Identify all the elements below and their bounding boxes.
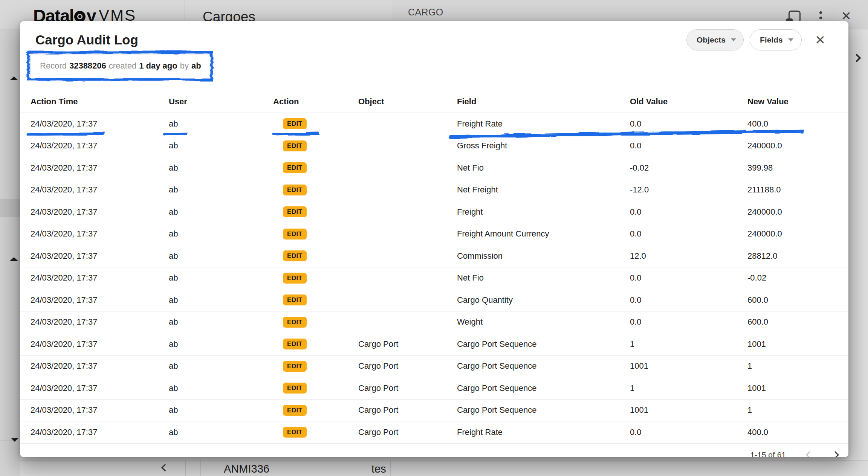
- cell-old-value: 0.0: [630, 317, 747, 327]
- cell-field: Freight Amount Currency: [457, 229, 630, 239]
- cell-user: ab: [169, 317, 273, 327]
- audit-table-body: 24/03/2020, 17:37 ab EDIT Freight Rate 0…: [20, 113, 848, 444]
- cell-user: ab: [169, 427, 273, 437]
- cell-action-time: 24/03/2020, 17:37: [31, 185, 169, 195]
- cell-old-value: 0.0: [630, 427, 747, 437]
- cell-field: Cargo Port Sequence: [457, 361, 630, 371]
- cell-old-value: 1: [630, 383, 747, 393]
- cell-action: EDIT: [273, 427, 358, 438]
- cell-object: Cargo Port: [358, 339, 457, 349]
- action-badge: EDIT: [283, 229, 307, 240]
- table-row: 24/03/2020, 17:37 ab EDIT Cargo Quantity…: [20, 289, 848, 311]
- cell-new-value: 240000.0: [747, 229, 848, 239]
- cell-old-value: 1001: [630, 361, 747, 371]
- cell-field: Freight Rate: [457, 427, 630, 437]
- cell-action: EDIT: [273, 405, 358, 416]
- fields-filter-label: Fields: [760, 35, 783, 44]
- cell-new-value: 400.0: [747, 427, 848, 437]
- pagination: 1-15 of 61: [20, 443, 848, 457]
- cell-new-value: 28812.0: [747, 251, 848, 261]
- table-row: 24/03/2020, 17:37 ab EDIT Cargo Port Fre…: [20, 421, 848, 444]
- cell-action: EDIT: [273, 250, 358, 261]
- cell-action-time: 24/03/2020, 17:37: [31, 405, 169, 415]
- cell-new-value: -0.02: [747, 273, 848, 283]
- next-page-icon[interactable]: [831, 451, 839, 457]
- cell-user: ab: [169, 383, 273, 393]
- cell-action: EDIT: [273, 317, 358, 328]
- cell-action-time: 24/03/2020, 17:37: [31, 163, 169, 173]
- cell-field: Net Freight: [457, 185, 630, 195]
- action-badge: EDIT: [283, 427, 307, 438]
- cell-action: EDIT: [273, 206, 358, 217]
- cell-old-value: 0.0: [630, 273, 747, 283]
- cell-user: ab: [169, 295, 273, 305]
- table-row: 24/03/2020, 17:37 ab EDIT Net Fio 0.0 -0…: [20, 267, 848, 290]
- cell-field: Cargo Port Sequence: [457, 383, 630, 393]
- col-action-time: Action Time: [31, 97, 169, 107]
- dialog-title: Cargo Audit Log: [35, 32, 138, 47]
- cell-action: EDIT: [273, 229, 358, 240]
- previous-page-icon[interactable]: [806, 451, 813, 457]
- cell-field: Freight Rate: [457, 119, 630, 129]
- cell-field: Cargo Port Sequence: [457, 339, 630, 349]
- action-badge: EDIT: [283, 185, 307, 195]
- col-action: Action: [273, 97, 358, 107]
- cell-action-time: 24/03/2020, 17:37: [31, 207, 169, 217]
- action-badge: EDIT: [283, 250, 307, 261]
- cell-old-value: -0.02: [630, 163, 747, 173]
- cell-action: EDIT: [273, 185, 358, 195]
- cell-field: Cargo Quantity: [457, 295, 630, 305]
- cell-old-value: 12.0: [630, 251, 747, 261]
- chevron-down-icon: [788, 38, 793, 41]
- cell-action-time: 24/03/2020, 17:37: [31, 383, 169, 393]
- record-label: Record: [40, 61, 67, 71]
- cell-old-value: 0.0: [630, 207, 747, 217]
- cell-action-time: 24/03/2020, 17:37: [31, 229, 169, 239]
- table-row: 24/03/2020, 17:37 ab EDIT Freight 0.0 24…: [20, 201, 848, 223]
- cell-action-time: 24/03/2020, 17:37: [31, 295, 169, 305]
- table-row: 24/03/2020, 17:37 ab EDIT Commission 12.…: [20, 245, 848, 267]
- cell-action: EDIT: [273, 294, 358, 305]
- cell-user: ab: [169, 163, 273, 173]
- action-badge: EDIT: [283, 339, 307, 349]
- chevron-down-icon: [731, 38, 736, 41]
- objects-filter-label: Objects: [697, 35, 726, 44]
- created-by-user: ab: [191, 61, 201, 71]
- record-info-banner: Record 32388206 created 1 day ago by ab: [30, 55, 211, 77]
- cell-new-value: 240000.0: [747, 207, 848, 217]
- cell-action-time: 24/03/2020, 17:37: [31, 427, 169, 437]
- cell-action-time: 24/03/2020, 17:37: [31, 317, 169, 327]
- cell-old-value: 0.0: [630, 229, 747, 239]
- cell-field: Weight: [457, 317, 630, 327]
- cell-user: ab: [169, 185, 273, 195]
- fields-filter-dropdown[interactable]: Fields: [750, 29, 802, 50]
- cell-field: Freight: [457, 207, 630, 217]
- table-row: 24/03/2020, 17:37 ab EDIT Cargo Port Car…: [20, 400, 848, 422]
- col-object: Object: [358, 97, 457, 107]
- cell-new-value: 1001: [747, 339, 848, 349]
- cell-field: Gross Freight: [457, 141, 630, 151]
- cell-new-value: 600.0: [747, 295, 848, 305]
- col-field: Field: [457, 97, 630, 107]
- col-new-value: New Value: [747, 97, 848, 107]
- cell-action: EDIT: [273, 118, 358, 129]
- cell-new-value: 1: [747, 405, 848, 415]
- cell-user: ab: [169, 141, 273, 151]
- table-row: 24/03/2020, 17:37 ab EDIT Net Freight -1…: [20, 179, 848, 201]
- screen: Datal y VMS Cargoes CARGO ✕: [0, 0, 868, 476]
- table-row: 24/03/2020, 17:37 ab EDIT Cargo Port Car…: [20, 355, 848, 378]
- cell-action-time: 24/03/2020, 17:37: [31, 361, 169, 371]
- action-badge: EDIT: [283, 361, 307, 372]
- cell-action: EDIT: [273, 339, 358, 349]
- close-icon[interactable]: ✕: [812, 32, 828, 48]
- table-row: 24/03/2020, 17:37 ab EDIT Gross Freight …: [20, 135, 848, 157]
- cell-old-value: 0.0: [630, 119, 747, 129]
- cell-user: ab: [169, 405, 273, 415]
- cell-user: ab: [169, 207, 273, 217]
- cell-user: ab: [169, 119, 273, 129]
- action-badge: EDIT: [283, 273, 307, 284]
- cell-object: Cargo Port: [358, 361, 457, 371]
- objects-filter-dropdown[interactable]: Objects: [686, 29, 744, 50]
- cell-new-value: 1: [747, 361, 848, 371]
- cell-user: ab: [169, 273, 273, 283]
